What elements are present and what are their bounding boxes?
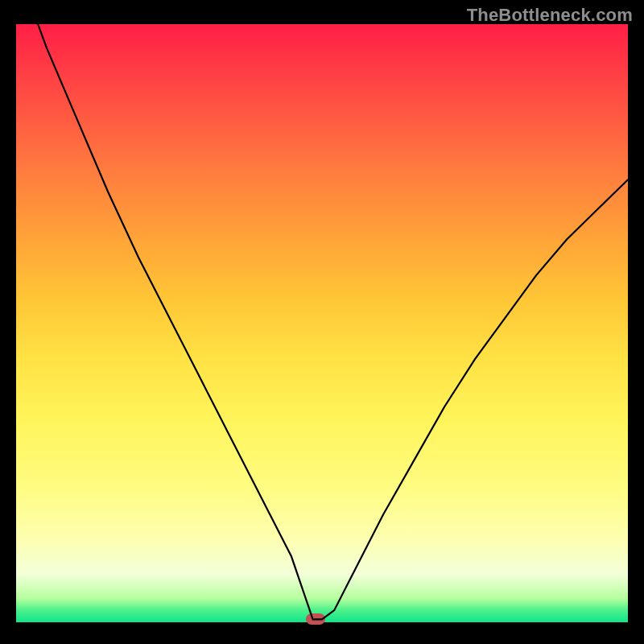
bottleneck-curve [16, 24, 628, 619]
chart-frame: TheBottleneck.com [0, 0, 644, 644]
curve-svg [16, 24, 628, 622]
gradient-plot-area [16, 24, 628, 622]
watermark-text: TheBottleneck.com [467, 5, 633, 26]
